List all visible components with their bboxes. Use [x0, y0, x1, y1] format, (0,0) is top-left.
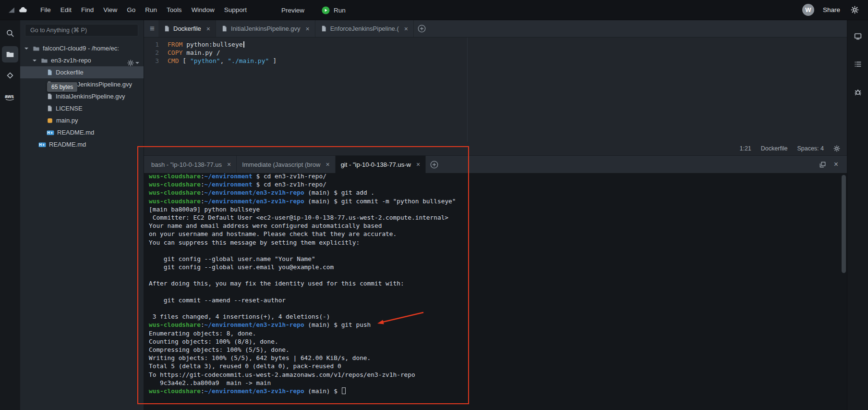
- editor-tab-label: Dockerfile: [173, 25, 201, 32]
- code-line: 3CMD [ "python", "./main.py" ]: [144, 57, 847, 65]
- folder-icon: [41, 57, 48, 64]
- collaborate-button[interactable]: [850, 28, 866, 44]
- tree-item-label: README.md: [57, 129, 94, 136]
- preferences-gear-icon[interactable]: [849, 4, 860, 16]
- search-button[interactable]: [2, 25, 18, 41]
- tree-item[interactable]: Dockerfile: [20, 66, 144, 78]
- tree-item[interactable]: en3-zv1h-repo: [20, 54, 144, 66]
- terminal-line: wus-cloudshare:~/environment/en3-zv1h-re…: [149, 387, 847, 395]
- menu-window[interactable]: Window: [187, 4, 219, 15]
- menu-find[interactable]: Find: [76, 4, 98, 15]
- close-tab-icon[interactable]: ×: [306, 25, 310, 33]
- aws-icon: aws: [3, 93, 17, 101]
- editor-tabbar: ≡ Dockerfile×InitialJenkinsPipeline.gvy×…: [144, 20, 847, 37]
- editor-lines: 1FROM python:bullseye2COPY main.py /3CMD…: [144, 40, 847, 65]
- svg-text:aws: aws: [5, 94, 14, 99]
- console-tab[interactable]: Immediate (Javascript (brow×: [237, 156, 335, 173]
- run-button[interactable]: Run: [322, 6, 346, 14]
- menu-support[interactable]: Support: [219, 4, 252, 15]
- resources-button[interactable]: [2, 67, 18, 84]
- terminal-line: [main ba800a9] python bullseye: [149, 205, 847, 213]
- tree-item[interactable]: README.md: [20, 138, 144, 150]
- terminal-line: on your username and hostname. Please ch…: [149, 230, 847, 238]
- tree-item[interactable]: main.py: [20, 114, 144, 126]
- status-gear-icon[interactable]: [833, 145, 840, 152]
- chevron-down-icon: [32, 58, 38, 63]
- preview-button[interactable]: Preview: [281, 7, 304, 14]
- menu-edit[interactable]: Edit: [56, 4, 76, 15]
- terminal-line: wus-cloudshare:~/environment $ cd en3-zv…: [149, 173, 847, 180]
- tree-item-label: LICENSE: [56, 105, 83, 112]
- editor-tab[interactable]: InitialJenkinsPipeline.gvy×: [216, 20, 315, 37]
- folder-icon: [33, 45, 40, 52]
- console-tab[interactable]: bash - "ip-10-0-138-77.us×: [146, 156, 237, 173]
- chevron-down-icon: [24, 46, 30, 51]
- menu-file[interactable]: File: [36, 4, 56, 15]
- tree-item-label: main.py: [56, 117, 78, 124]
- menu-view[interactable]: View: [98, 4, 122, 15]
- scrollbar-thumb[interactable]: [842, 175, 846, 273]
- new-terminal-tab-button[interactable]: [426, 156, 442, 173]
- terminal-line: [149, 247, 847, 255]
- close-tab-icon[interactable]: ×: [206, 25, 210, 33]
- terminal-line: 9c3a4e2..ba800a9 main -> main: [149, 379, 847, 387]
- close-console-icon[interactable]: ×: [834, 160, 838, 169]
- editor-console-column: ≡ Dockerfile×InitialJenkinsPipeline.gvy×…: [144, 20, 847, 410]
- tree-settings-button[interactable]: [127, 60, 140, 66]
- search-icon: [6, 29, 14, 37]
- tree-item-label: README.md: [49, 141, 86, 148]
- terminal-line: Your name and email address were configu…: [149, 222, 847, 230]
- close-tab-icon[interactable]: ×: [326, 161, 329, 168]
- code-text: COPY main.py /: [165, 49, 220, 57]
- terminal-line: Writing objects: 100% (5/5), 642 bytes |…: [149, 354, 847, 362]
- tree-item[interactable]: EnforceJenkinsPipeline.gvy: [20, 78, 144, 90]
- tree-item[interactable]: LICENSE: [20, 102, 144, 114]
- terminal[interactable]: wus-cloudshare:~/environment $ cd en3-zv…: [144, 173, 847, 410]
- tree-item[interactable]: InitialJenkinsPipeline.gvy: [20, 90, 144, 102]
- editor-tab[interactable]: EnforceJenkinsPipeline.(×: [315, 20, 414, 37]
- editor-statusbar: 1:21 Dockerfile Spaces: 4: [144, 142, 847, 155]
- cloud9-logo-icon[interactable]: [6, 4, 17, 16]
- console-tab[interactable]: git - "ip-10-0-138-77.us-w×: [336, 156, 426, 173]
- left-rail: aws: [0, 20, 20, 410]
- menu-tools[interactable]: Tools: [162, 4, 187, 15]
- avatar[interactable]: W: [802, 4, 814, 16]
- code-editor[interactable]: 1FROM python:bullseye2COPY main.py /3CMD…: [144, 37, 847, 142]
- files-icon: [6, 50, 14, 59]
- gear-icon: [127, 60, 134, 66]
- console-tabs: bash - "ip-10-0-138-77.us×Immediate (Jav…: [146, 156, 426, 173]
- outline-button[interactable]: [850, 56, 866, 72]
- tree-item[interactable]: README.md: [20, 126, 144, 138]
- plus-circle-icon: [418, 25, 426, 33]
- run-button-label: Run: [334, 7, 346, 14]
- terminal-line: wus-cloudshare:~/environment $ cd en3-zv…: [149, 180, 847, 188]
- close-tab-icon[interactable]: ×: [416, 161, 420, 168]
- menu-go[interactable]: Go: [122, 4, 140, 15]
- maximize-console-icon[interactable]: [819, 161, 826, 168]
- goto-anything-input[interactable]: [25, 24, 138, 37]
- terminal-output: wus-cloudshare:~/environment $ cd en3-zv…: [149, 173, 847, 395]
- cloud-sync-icon[interactable]: [17, 4, 29, 16]
- syntax-mode[interactable]: Dockerfile: [761, 145, 788, 152]
- debugger-button[interactable]: [850, 84, 866, 100]
- new-file-tab-button[interactable]: [414, 20, 430, 37]
- cursor-position[interactable]: 1:21: [739, 145, 751, 152]
- tree-item-label: Dockerfile: [56, 69, 84, 76]
- console-tab-label: bash - "ip-10-0-138-77.us: [151, 161, 222, 168]
- files-button[interactable]: [2, 46, 18, 62]
- aws-button[interactable]: aws: [2, 88, 18, 105]
- terminal-cursor: [342, 387, 346, 394]
- python-file-icon: [47, 117, 53, 124]
- terminal-line: wus-cloudshare:~/environment/en3-zv1h-re…: [149, 197, 847, 205]
- tab-size[interactable]: Spaces: 4: [797, 145, 824, 152]
- terminal-scrollbar[interactable]: [842, 175, 846, 408]
- close-tab-icon[interactable]: ×: [227, 161, 231, 168]
- menu-run[interactable]: Run: [140, 4, 162, 15]
- tree-item[interactable]: falconCI-cloud9 - /home/ec:: [20, 42, 144, 54]
- close-tab-icon[interactable]: ×: [404, 25, 408, 33]
- plus-circle-icon: [430, 161, 438, 169]
- tab-list-menu-icon[interactable]: ≡: [146, 20, 158, 37]
- share-button[interactable]: Share: [823, 6, 840, 13]
- resources-icon: [6, 71, 14, 80]
- editor-tab[interactable]: Dockerfile×: [158, 20, 216, 37]
